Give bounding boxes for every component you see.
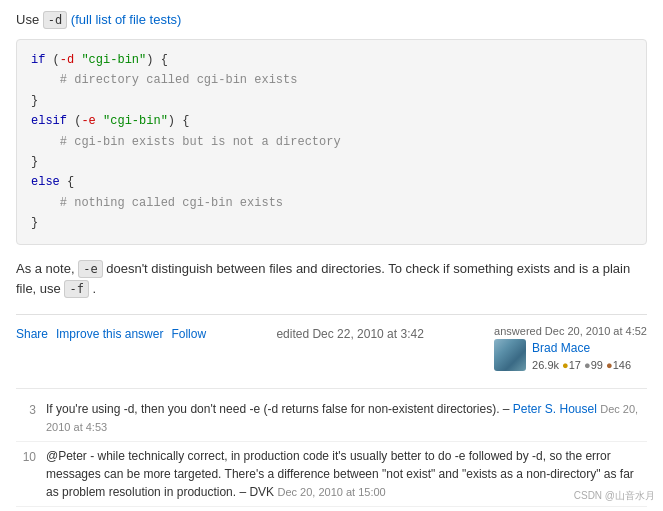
code-line-2: # directory called cgi-bin exists [31, 70, 632, 90]
improve-link[interactable]: Improve this answer [56, 327, 163, 341]
comment-author-1[interactable]: Peter S. Housel [513, 402, 597, 416]
comment-row-2: 10 @Peter - while technically correct, i… [16, 442, 647, 507]
code-block: if (-d "cgi-bin") { # directory called c… [16, 39, 647, 245]
user-name-link[interactable]: Brad Mace [532, 341, 590, 355]
user-avatar [494, 339, 526, 371]
use-line: Use -d (full list of file tests) [16, 12, 647, 27]
follow-link[interactable]: Follow [171, 327, 206, 341]
code-line-6: } [31, 152, 632, 172]
user-reputation: 26.9k ●17 ●99 ●146 [532, 357, 631, 374]
note-paragraph: As a note, -e doesn't distinguish betwee… [16, 259, 647, 301]
comment-count-1: 3 [16, 400, 36, 419]
code-line-9: } [31, 213, 632, 233]
avatar-image [494, 339, 526, 371]
code-line-7: else { [31, 172, 632, 192]
note-text-middle: doesn't distinguish between files and di… [16, 261, 630, 297]
edited-text: edited Dec 22, 2010 at 3:42 [276, 327, 423, 341]
flag-code: -d [43, 11, 67, 29]
watermark: CSDN @山音水月 [574, 489, 655, 503]
share-link[interactable]: Share [16, 327, 48, 341]
comment-date-2: Dec 20, 2010 at 15:00 [277, 486, 385, 498]
answered-section: answered Dec 20, 2010 at 4:52 Brad Mace … [494, 325, 647, 374]
user-card: answered Dec 20, 2010 at 4:52 Brad Mace … [494, 325, 647, 374]
edited-info: edited Dec 22, 2010 at 3:42 [276, 325, 423, 341]
comment-text-2: @Peter - while technically correct, in p… [46, 447, 647, 501]
link-text: full list of file tests [75, 12, 177, 27]
file-tests-link[interactable]: (full list of file tests) [71, 12, 182, 27]
code-line-8: # nothing called cgi-bin exists [31, 193, 632, 213]
answer-footer: Share Improve this answer Follow edited … [16, 325, 647, 374]
silver-badge: ● [584, 359, 591, 371]
code-line-3: } [31, 91, 632, 111]
answered-label: answered Dec 20, 2010 at 4:52 [494, 325, 647, 337]
note-code1: -e [78, 260, 102, 278]
code-line-1: if (-d "cgi-bin") { [31, 50, 632, 70]
note-text-before: As a note, [16, 261, 78, 276]
comment-text-1: If you're using -d, then you don't need … [46, 400, 647, 436]
code-line-4: elsif (-e "cgi-bin") { [31, 111, 632, 131]
bronze-badge: ● [606, 359, 613, 371]
user-info: Brad Mace 26.9k ●17 ●99 ●146 [532, 339, 631, 374]
code-line-5: # cgi-bin exists but is not a directory [31, 132, 632, 152]
gold-badge: ● [562, 359, 569, 371]
comment-count-2: 10 [16, 447, 36, 466]
use-text: Use [16, 12, 43, 27]
note-text-after: . [89, 281, 96, 296]
comment-row-1: 3 If you're using -d, then you don't nee… [16, 395, 647, 442]
note-code2: -f [64, 280, 88, 298]
footer-actions: Share Improve this answer Follow [16, 325, 206, 341]
comments-section: 3 If you're using -d, then you don't nee… [16, 388, 647, 507]
divider [16, 314, 647, 315]
